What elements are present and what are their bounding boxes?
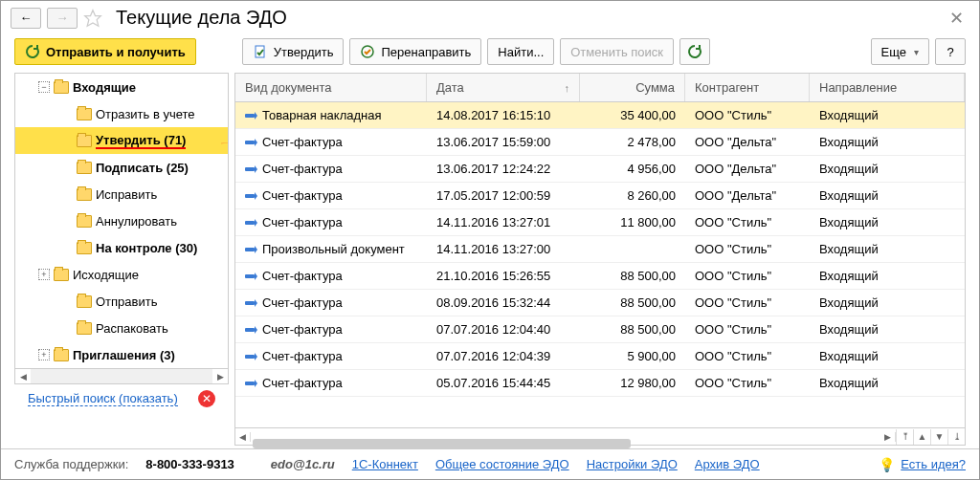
cell-type: Товарная накладная: [262, 108, 382, 122]
grid-hscroll[interactable]: ◀ ▶ ⤒ ▲ ▼ ⤓: [235, 427, 965, 445]
grid-scroll-thumb[interactable]: [253, 439, 631, 448]
tree-item-label: Исходящие: [73, 268, 139, 282]
tree-item[interactable]: Отправить: [15, 288, 228, 315]
redirect-button[interactable]: Перенаправить: [349, 38, 481, 65]
cell-type: Счет-фактура: [262, 135, 343, 149]
tree-item[interactable]: Распаковать: [15, 315, 228, 341]
col-partner[interactable]: Контрагент: [685, 74, 810, 101]
grid-first-button[interactable]: ⤒: [896, 429, 913, 445]
cell-dir: Входящий: [810, 188, 965, 203]
cancel-search-button[interactable]: Отменить поиск: [560, 38, 674, 65]
grid-down-button[interactable]: ▼: [930, 429, 947, 445]
document-icon: [245, 221, 255, 225]
folder-icon: [54, 269, 69, 281]
table-row[interactable]: Счет-фактура13.06.2017 12:24:224 956,00О…: [235, 156, 965, 183]
tree-item[interactable]: На контроле (30): [15, 234, 228, 261]
footer: Служба поддержки: 8-800-333-9313 edo@1c.…: [1, 448, 979, 479]
expander-icon[interactable]: +: [38, 269, 50, 280]
cell-sum: 4 956,00: [580, 162, 685, 176]
document-grid: Вид документа Дата↑ Сумма Контрагент Нап…: [234, 73, 966, 446]
cell-date: 07.07.2016 12:04:39: [427, 349, 580, 363]
close-button[interactable]: ✕: [944, 8, 969, 29]
table-row[interactable]: Счет-фактура07.07.2016 12:04:4088 500,00…: [235, 316, 965, 343]
send-receive-button[interactable]: Отправить и получить: [14, 38, 196, 65]
expander-icon[interactable]: −: [38, 81, 50, 93]
table-row[interactable]: Счет-фактура17.05.2017 12:00:598 260,00О…: [235, 183, 965, 209]
reload-button[interactable]: [679, 38, 710, 65]
cancel-search-label: Отменить поиск: [570, 45, 663, 59]
grid-header: Вид документа Дата↑ Сумма Контрагент Нап…: [235, 74, 965, 102]
cell-date: 08.09.2016 15:32:44: [427, 295, 580, 310]
document-icon: [245, 301, 255, 305]
scroll-right-icon[interactable]: ▶: [212, 369, 228, 383]
tree-item[interactable]: Отразить в учете: [15, 100, 228, 127]
footer-link-archive[interactable]: Архив ЭДО: [695, 457, 760, 471]
col-sum[interactable]: Сумма: [580, 74, 685, 101]
col-date[interactable]: Дата↑: [427, 74, 580, 101]
document-icon: [245, 274, 255, 278]
tree-hscroll[interactable]: ◀ ▶: [15, 368, 228, 383]
cell-type: Счет-фактура: [262, 322, 343, 337]
col-direction[interactable]: Направление: [810, 74, 965, 101]
cell-partner: ООО "Стиль": [685, 242, 810, 256]
footer-link-connect[interactable]: 1С-Коннект: [352, 457, 418, 471]
document-icon: [245, 328, 255, 332]
tree-item[interactable]: Подписать (25): [15, 154, 228, 181]
nav-back-button[interactable]: ←: [11, 8, 41, 29]
folder-icon: [77, 215, 92, 228]
table-row[interactable]: Счет-фактура05.07.2016 15:44:4512 980,00…: [235, 370, 965, 397]
cell-partner: ООО "Стиль": [685, 349, 810, 363]
more-button[interactable]: Еще: [871, 38, 929, 65]
quick-search-link[interactable]: Быстрый поиск (показать): [28, 391, 178, 406]
table-row[interactable]: Счет-фактура07.07.2016 12:04:395 900,00О…: [235, 343, 965, 370]
approve-button[interactable]: Утвердить: [242, 38, 345, 65]
table-row[interactable]: Произвольный документ14.11.2016 13:27:00…: [235, 236, 965, 263]
table-row[interactable]: Счет-фактура14.11.2016 13:27:0111 800,00…: [235, 209, 965, 236]
tree-item[interactable]: Утвердить (71): [15, 127, 228, 154]
tree-item-label: Утвердить (71): [96, 133, 186, 149]
favorite-star-icon[interactable]: [83, 9, 102, 28]
redirect-icon: [360, 44, 375, 59]
expander-icon[interactable]: +: [38, 349, 50, 360]
approve-label: Утвердить: [274, 45, 334, 59]
expander-icon: [61, 135, 73, 146]
table-row[interactable]: Счет-фактура08.09.2016 15:32:4488 500,00…: [235, 290, 965, 316]
grid-scroll-left-icon[interactable]: ◀: [235, 432, 251, 442]
folder-icon: [54, 81, 69, 94]
support-label: Служба поддержки:: [14, 457, 128, 471]
folder-icon: [77, 322, 92, 335]
cell-type: Счет-фактура: [262, 349, 343, 363]
cell-sum: 8 260,00: [580, 188, 685, 203]
footer-link-status[interactable]: Общее состояние ЭДО: [435, 457, 569, 471]
svg-marker-0: [85, 10, 101, 26]
grid-up-button[interactable]: ▲: [913, 429, 930, 445]
tree-item[interactable]: Исправить: [15, 181, 228, 207]
find-button[interactable]: Найти...: [487, 38, 554, 65]
main-content: −ВходящиеОтразить в учетеУтвердить (71)П…: [1, 73, 979, 446]
tree-item[interactable]: +Приглашения (3): [15, 341, 228, 368]
clear-button[interactable]: ✕: [198, 390, 215, 407]
cell-dir: Входящий: [810, 108, 965, 122]
nav-forward-button[interactable]: →: [47, 8, 78, 29]
col-type[interactable]: Вид документа: [235, 74, 427, 101]
tree-item-label: Распаковать: [96, 321, 168, 336]
cell-sum: 12 980,00: [580, 376, 685, 390]
table-row[interactable]: Счет-фактура21.10.2016 15:26:5588 500,00…: [235, 263, 965, 290]
scroll-left-icon[interactable]: ◀: [15, 369, 31, 383]
table-row[interactable]: Товарная накладная14.08.2017 16:15:1035 …: [235, 102, 965, 129]
help-button[interactable]: ?: [935, 38, 966, 65]
cell-partner: ООО "Стиль": [685, 376, 810, 390]
tree-item-label: Отправить: [96, 295, 157, 309]
grid-scroll-right-icon[interactable]: ▶: [880, 432, 896, 442]
document-icon: [245, 194, 255, 198]
tree-item[interactable]: +Исходящие: [15, 261, 228, 288]
table-row[interactable]: Счет-фактура13.06.2017 15:59:002 478,00О…: [235, 129, 965, 156]
cell-type: Счет-фактура: [262, 269, 343, 283]
cell-type: Счет-фактура: [262, 188, 343, 203]
grid-last-button[interactable]: ⤓: [947, 429, 965, 445]
reload-icon: [687, 44, 702, 59]
tree-item[interactable]: Аннулировать: [15, 207, 228, 234]
idea-link[interactable]: Есть идея?: [901, 457, 966, 471]
footer-link-settings[interactable]: Настройки ЭДО: [587, 457, 678, 471]
tree-item[interactable]: −Входящие: [15, 74, 228, 100]
